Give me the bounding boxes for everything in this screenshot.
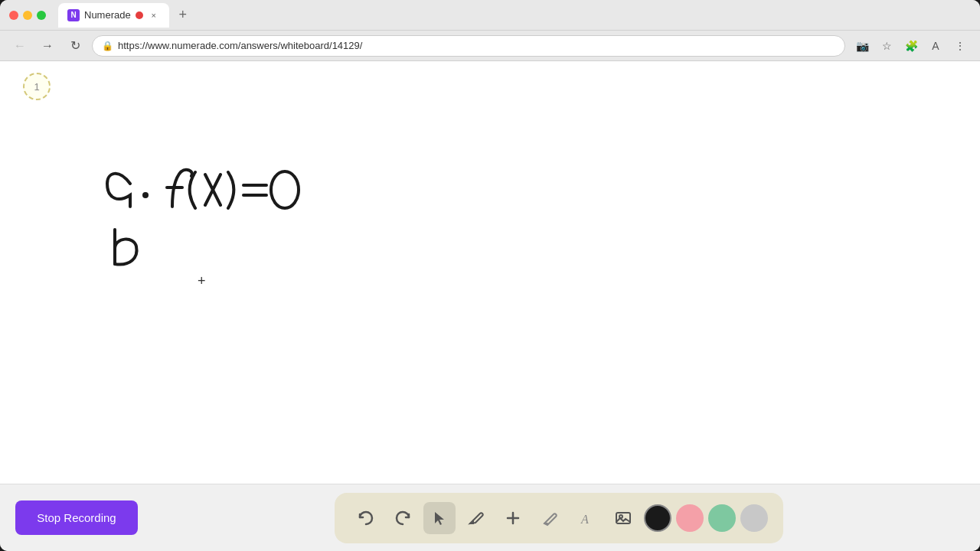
color-green-button[interactable] bbox=[708, 504, 736, 532]
undo-button[interactable] bbox=[350, 502, 382, 534]
select-tool-button[interactable] bbox=[423, 502, 456, 534]
svg-point-1 bbox=[271, 171, 299, 208]
page-number: 1 bbox=[23, 73, 51, 100]
browser-window: N Numerade × + ← → ↻ 🔒 https://www.numer… bbox=[0, 0, 980, 551]
math-drawing bbox=[92, 122, 475, 276]
content-area[interactable]: 1 bbox=[0, 61, 980, 484]
title-bar: N Numerade × + bbox=[0, 0, 980, 31]
whiteboard[interactable]: 1 bbox=[0, 61, 980, 484]
cast-button[interactable]: 📷 bbox=[851, 35, 873, 57]
back-button[interactable]: ← bbox=[9, 35, 31, 57]
eraser-tool-button[interactable] bbox=[534, 502, 566, 534]
minimize-window-button[interactable] bbox=[23, 11, 32, 20]
traffic-lights bbox=[9, 11, 46, 20]
color-gray-button[interactable] bbox=[740, 504, 768, 532]
tab-favicon: N bbox=[67, 9, 80, 21]
tab-close-button[interactable]: × bbox=[148, 9, 160, 21]
lock-icon: 🔒 bbox=[102, 41, 113, 51]
svg-text:A: A bbox=[580, 513, 589, 526]
redo-button[interactable] bbox=[387, 502, 419, 534]
maximize-window-button[interactable] bbox=[37, 11, 46, 20]
bottom-toolbar: Stop Recording bbox=[0, 484, 980, 551]
menu-button[interactable]: ⋮ bbox=[949, 35, 971, 57]
recording-dot bbox=[136, 11, 143, 19]
svg-point-0 bbox=[142, 192, 149, 198]
new-tab-button[interactable]: + bbox=[172, 5, 194, 26]
bookmark-button[interactable]: ☆ bbox=[876, 35, 897, 57]
close-window-button[interactable] bbox=[9, 11, 18, 20]
drawing-toolbar: A bbox=[335, 493, 783, 543]
cursor-crosshair: + bbox=[198, 274, 206, 288]
address-bar: ← → ↻ 🔒 https://www.numerade.com/answers… bbox=[0, 31, 980, 61]
image-tool-button[interactable] bbox=[607, 502, 639, 534]
forward-button[interactable]: → bbox=[37, 35, 58, 57]
text-tool-button[interactable]: A bbox=[570, 502, 603, 534]
profile-button[interactable]: A bbox=[925, 35, 946, 57]
tab-label: Numerade bbox=[84, 9, 131, 21]
reload-button[interactable]: ↻ bbox=[64, 35, 86, 57]
active-tab[interactable]: N Numerade × bbox=[58, 3, 169, 28]
tab-bar: N Numerade × + bbox=[58, 3, 971, 28]
stop-recording-button[interactable]: Stop Recording bbox=[15, 500, 138, 535]
url-text: https://www.numerade.com/answers/whitebo… bbox=[118, 40, 362, 51]
add-button[interactable] bbox=[497, 502, 529, 534]
extensions-button[interactable]: 🧩 bbox=[900, 35, 922, 57]
browser-actions: 📷 ☆ 🧩 A ⋮ bbox=[851, 35, 971, 57]
color-black-button[interactable] bbox=[644, 504, 671, 532]
color-pink-button[interactable] bbox=[676, 504, 704, 532]
url-bar[interactable]: 🔒 https://www.numerade.com/answers/white… bbox=[92, 35, 845, 57]
pen-tool-button[interactable] bbox=[460, 502, 492, 534]
